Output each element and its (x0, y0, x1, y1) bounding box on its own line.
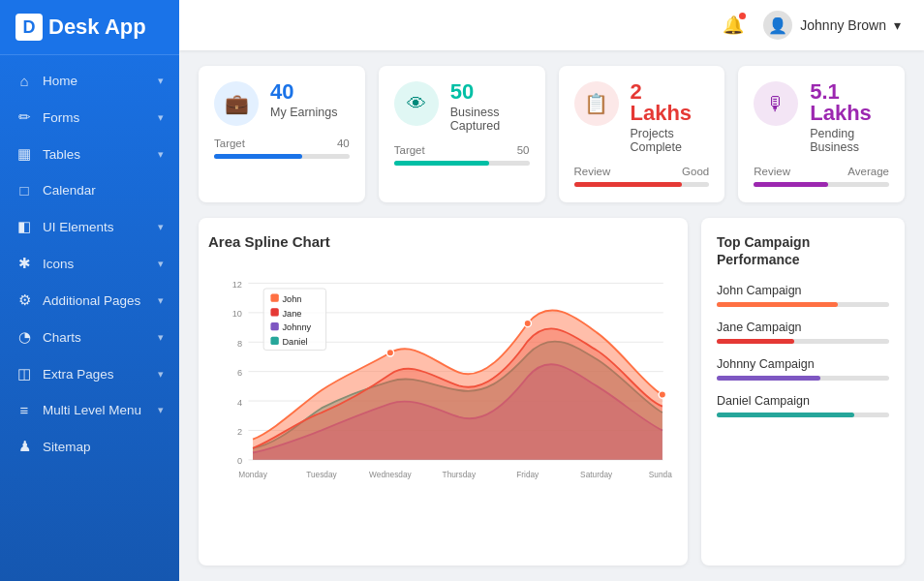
campaign-name: Daniel Campaign (717, 394, 889, 408)
sidebar-label-charts: Charts (43, 330, 148, 345)
ui-elements-icon: ◧ (15, 218, 33, 235)
sidebar-item-charts[interactable]: ◔Charts▾ (0, 319, 179, 355)
svg-text:Thursday: Thursday (443, 470, 477, 479)
stat-label-projects: Projects Complete (631, 127, 710, 154)
stat-bar-right-business: 50 (517, 144, 530, 156)
sidebar-label-ui-elements: UI Elements (43, 220, 148, 234)
svg-text:4: 4 (237, 398, 242, 408)
stat-bar-right-pending: Average (847, 166, 889, 177)
stat-bar-left-pending: Review (754, 166, 790, 177)
charts-icon: ◔ (15, 328, 33, 346)
stat-number-pending: 5.1 Lakhs (810, 81, 889, 124)
stat-card-projects: 📋 2 Lakhs Projects Complete Review Good (559, 66, 725, 202)
stat-number-earnings: 40 (270, 81, 350, 103)
chevron-icon: ▾ (158, 331, 164, 344)
stat-bar-track-projects (574, 182, 710, 187)
campaign-title: Top Campaign Performance (717, 233, 889, 268)
svg-text:Saturday: Saturday (580, 470, 613, 479)
sidebar-item-icons[interactable]: ✱Icons▾ (0, 245, 179, 282)
campaign-item-daniel-campaign: Daniel Campaign (717, 394, 889, 417)
campaign-bar-track (717, 302, 889, 307)
sidebar-label-tables: Tables (43, 147, 148, 162)
multi-level-menu-icon: ≡ (15, 402, 33, 418)
campaign-panel: Top Campaign Performance John Campaign J… (701, 218, 905, 566)
stat-card-pending: 🎙 5.1 Lakhs Pending Business Review Aver… (738, 66, 905, 202)
sidebar-item-home[interactable]: ⌂Home▾ (0, 63, 179, 99)
svg-point-21 (386, 350, 393, 356)
svg-text:Jane: Jane (282, 309, 301, 319)
chart-campaign-row: Area Spline Chart 0 2 4 (199, 218, 905, 566)
sidebar-item-ui-elements[interactable]: ◧UI Elements▾ (0, 208, 179, 245)
stat-icon-earnings: 💼 (214, 81, 259, 126)
campaign-bar-track (717, 376, 889, 381)
campaign-bar-fill (717, 413, 854, 417)
campaign-item-jane-campaign: Jane Campaign (717, 321, 889, 344)
stat-content-pending: 5.1 Lakhs Pending Business (810, 81, 889, 154)
svg-text:Tuesday: Tuesday (306, 470, 337, 479)
stat-number-projects: 2 Lakhs (631, 81, 710, 124)
page-content: 💼 40 My Earnings Target 40 👁 50 Business… (179, 50, 924, 581)
stat-bar-track-earnings (214, 154, 350, 159)
chevron-icon: ▾ (158, 404, 164, 416)
sidebar-label-forms: Forms (43, 110, 148, 125)
sidebar-item-calendar[interactable]: □Calendar (0, 172, 179, 208)
additional-pages-icon: ⚙ (15, 291, 33, 309)
chevron-icon: ▾ (158, 368, 164, 381)
stat-bar-left-projects: Review (574, 166, 611, 177)
chevron-icon: ▾ (158, 148, 164, 161)
notification-bell[interactable]: 🔔 (723, 15, 744, 36)
campaign-name: Jane Campaign (717, 321, 889, 334)
user-menu[interactable]: 👤 Johnny Brown ▾ (763, 11, 901, 40)
stat-bar-labels-projects: Review Good (574, 166, 710, 177)
stat-bar-right-earnings: 40 (337, 138, 350, 149)
extra-pages-icon: ◫ (15, 365, 33, 382)
stat-content-earnings: 40 My Earnings (270, 81, 350, 119)
campaign-name: Johnny Campaign (717, 357, 889, 371)
svg-rect-35 (270, 308, 278, 316)
chevron-down-icon: ▾ (894, 17, 901, 33)
svg-text:0: 0 (237, 456, 242, 466)
stat-content-projects: 2 Lakhs Projects Complete (631, 81, 710, 154)
stat-bar-labels-business: Target 50 (394, 144, 530, 156)
sidebar: D Desk App ⌂Home▾✏Forms▾▦Tables▾□Calenda… (0, 0, 179, 581)
stat-bar-left-business: Target (394, 144, 425, 156)
chevron-icon: ▾ (158, 221, 164, 233)
svg-text:John: John (282, 294, 301, 304)
calendar-icon: □ (15, 182, 33, 199)
stats-row: 💼 40 My Earnings Target 40 👁 50 Business… (199, 66, 905, 202)
stat-bar-fill-pending (754, 182, 828, 187)
svg-text:Johnny: Johnny (282, 322, 311, 332)
sidebar-item-additional-pages[interactable]: ⚙Additional Pages▾ (0, 282, 179, 319)
svg-text:12: 12 (232, 280, 242, 290)
stat-bar-left-earnings: Target (214, 138, 245, 149)
stat-icon-business: 👁 (394, 81, 439, 126)
sidebar-item-extra-pages[interactable]: ◫Extra Pages▾ (0, 355, 179, 392)
sidebar-item-multi-level-menu[interactable]: ≡Multi Level Menu▾ (0, 392, 179, 428)
notification-dot (739, 13, 746, 19)
campaign-bar-track (717, 413, 889, 417)
stat-bar-labels-pending: Review Average (754, 166, 889, 177)
stat-bar-track-pending (754, 182, 889, 187)
sidebar-label-icons: Icons (43, 257, 148, 271)
sidebar-label-additional-pages: Additional Pages (43, 293, 148, 308)
sidebar-item-sitemap[interactable]: ♟Sitemap (0, 428, 179, 465)
chevron-icon: ▾ (158, 111, 164, 124)
main-content: 🔔 👤 Johnny Brown ▾ 💼 40 My Earnings Targ… (179, 0, 924, 581)
stat-bar-right-projects: Good (682, 166, 709, 177)
sidebar-item-forms[interactable]: ✏Forms▾ (0, 99, 179, 136)
sidebar-item-tables[interactable]: ▦Tables▾ (0, 136, 179, 172)
avatar: 👤 (763, 11, 792, 40)
svg-point-22 (524, 320, 531, 326)
stat-card-earnings: 💼 40 My Earnings Target 40 (199, 66, 365, 202)
stat-number-business: 50 (450, 81, 530, 103)
chart-title: Area Spline Chart (208, 233, 672, 250)
stat-bar-track-business (394, 161, 530, 166)
svg-text:2: 2 (237, 427, 242, 437)
stat-bar-fill-projects (574, 182, 683, 187)
stat-label-earnings: My Earnings (270, 106, 350, 119)
stat-icon-projects: 📋 (574, 81, 619, 126)
stat-bar-fill-business (394, 161, 489, 166)
topbar: 🔔 👤 Johnny Brown ▾ (179, 0, 924, 50)
app-logo[interactable]: D Desk App (0, 0, 179, 55)
stat-label-business: Business Captured (450, 106, 530, 133)
